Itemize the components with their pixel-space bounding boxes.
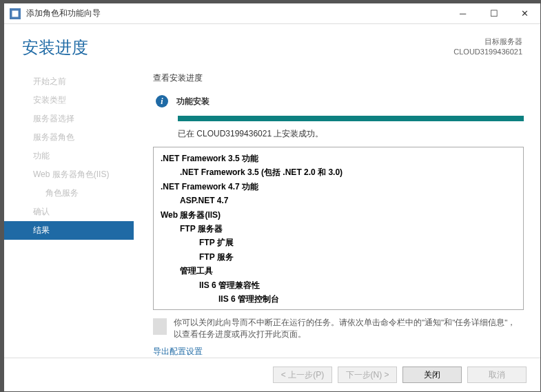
feature-item: FTP 服务器: [161, 222, 516, 236]
sidebar-item: 服务器选择: [4, 110, 134, 128]
content: 开始之前安装类型服务器选择服务器角色功能Web 服务器角色(IIS)角色服务确认…: [4, 67, 540, 358]
next-button: 下一步(N) >: [338, 367, 397, 383]
feature-item: IIS 6 管理兼容性: [161, 278, 516, 292]
sidebar-item: Web 服务器角色(IIS): [4, 165, 134, 184]
export-config-link[interactable]: 导出配置设置: [153, 346, 524, 358]
target-info: 目标服务器 CLOUD3199436021: [453, 37, 522, 58]
feature-item: ASP.NET 4.7: [161, 194, 516, 207]
cancel-button: 取消: [467, 367, 527, 383]
feature-list[interactable]: .NET Framework 3.5 功能.NET Framework 3.5 …: [153, 147, 524, 310]
target-server: CLOUD3199436021: [453, 47, 522, 57]
sidebar-item: 安装类型: [4, 91, 134, 110]
target-label: 目标服务器: [453, 37, 522, 47]
sidebar-item: 角色服务: [4, 184, 134, 203]
svg-rect-0: [12, 10, 19, 17]
wizard-window: 添加角色和功能向导 ─ ☐ ✕ 安装进度 目标服务器 CLOUD31994360…: [3, 3, 541, 392]
window-title: 添加角色和功能向导: [26, 8, 447, 19]
sidebar: 开始之前安装类型服务器选择服务器角色功能Web 服务器角色(IIS)角色服务确认…: [4, 67, 134, 358]
status-row: i 功能安装: [153, 95, 524, 107]
minimize-button[interactable]: ─: [447, 3, 478, 23]
feature-item: .NET Framework 3.5 (包括 .NET 2.0 和 3.0): [161, 165, 516, 179]
app-icon: [10, 8, 21, 19]
close-window-button[interactable]: ✕: [509, 3, 540, 23]
sidebar-item: 服务器角色: [4, 128, 134, 147]
note-text: 你可以关闭此向导而不中断正在运行的任务。请依次单击命令栏中的"通知"和"任务详细…: [174, 317, 524, 341]
feature-item: Web 服务器(IIS): [161, 208, 516, 222]
footer: < 上一步(P) 下一步(N) > 关闭 取消: [4, 358, 540, 391]
success-message: 已在 CLOUD3199436021 上安装成功。: [178, 128, 524, 140]
sidebar-item[interactable]: 结果: [4, 221, 134, 240]
feature-item: IIS 6 管理控制台: [161, 292, 516, 306]
feature-item: .NET Framework 4.7 功能: [161, 180, 516, 194]
feature-item: FTP 服务: [161, 250, 516, 264]
status-text: 功能安装: [176, 96, 210, 107]
note-row: 你可以关闭此向导而不中断正在运行的任务。请依次单击命令栏中的"通知"和"任务详细…: [153, 317, 524, 341]
sidebar-item: 功能: [4, 147, 134, 165]
maximize-button[interactable]: ☐: [478, 3, 509, 23]
progress-bar: [178, 116, 524, 121]
sidebar-item: 开始之前: [4, 72, 134, 91]
close-button[interactable]: 关闭: [402, 367, 462, 383]
feature-item: FTP 扩展: [161, 236, 516, 249]
previous-button: < 上一步(P): [273, 367, 332, 383]
header: 安装进度 目标服务器 CLOUD3199436021: [4, 24, 540, 67]
titlebar: 添加角色和功能向导 ─ ☐ ✕: [4, 3, 540, 24]
sidebar-item: 确认: [4, 203, 134, 221]
page-title: 安装进度: [22, 37, 453, 59]
main-panel: 查看安装进度 i 功能安装 已在 CLOUD3199436021 上安装成功。 …: [134, 67, 540, 358]
view-label: 查看安装进度: [153, 72, 524, 84]
feature-item: 管理工具: [161, 264, 516, 278]
info-icon: i: [156, 95, 168, 107]
feature-item: .NET Framework 3.5 功能: [161, 152, 516, 165]
flag-icon: [153, 318, 167, 335]
